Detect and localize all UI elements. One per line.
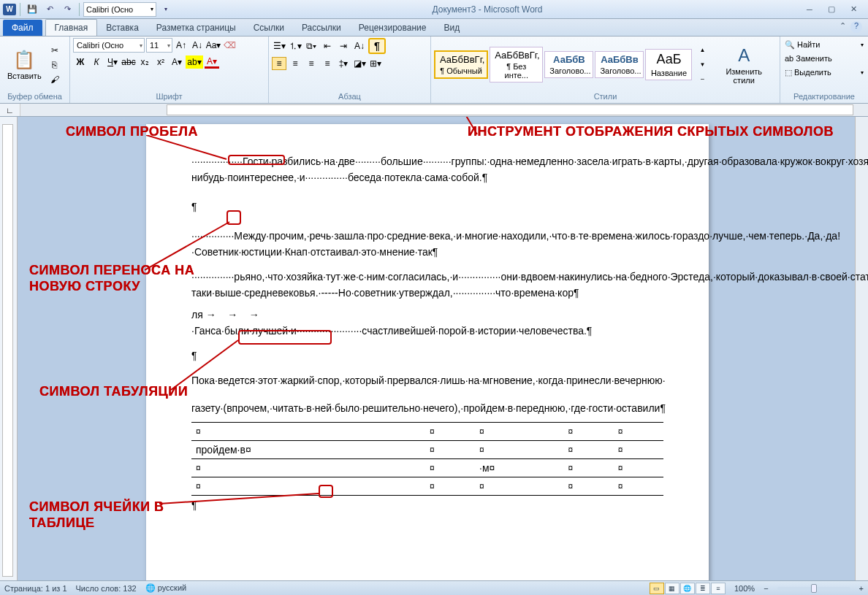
empty-paragraph-1[interactable]: ¶ xyxy=(191,199,663,215)
paste-button[interactable]: 📋 Вставить xyxy=(3,48,46,82)
vertical-scrollbar[interactable] xyxy=(855,117,868,580)
minimize-button[interactable]: ─ xyxy=(801,3,818,16)
select-button[interactable]: ⬚Выделить▾ xyxy=(783,66,865,79)
tab-mailings[interactable]: Рассылки xyxy=(293,20,350,36)
paragraph-3[interactable]: ···············рьяно,·что·хозяйка·тут·же… xyxy=(191,269,663,301)
style-no-spacing[interactable]: АаБбВвГг,¶ Без инте... xyxy=(490,47,543,82)
redo-icon[interactable]: ↷ xyxy=(59,1,75,18)
zoom-value[interactable]: 100% xyxy=(734,584,755,593)
style-normal[interactable]: АаБбВвГг,¶ Обычный xyxy=(434,50,488,79)
status-page[interactable]: Страница: 1 из 1 xyxy=(4,584,67,593)
select-icon: ⬚ xyxy=(785,68,792,77)
format-painter-button[interactable]: 🖌 xyxy=(47,73,62,86)
styles-up-icon[interactable]: ▲ xyxy=(695,44,709,57)
align-left-button[interactable]: ≡ xyxy=(272,57,286,70)
decrease-indent-button[interactable]: ⇤ xyxy=(320,39,335,53)
font-family-combo[interactable]: Calibri (Осно xyxy=(73,38,145,53)
close-button[interactable]: ✕ xyxy=(845,3,862,16)
maximize-button[interactable]: ▢ xyxy=(823,3,840,16)
status-language[interactable]: 🌐 русский xyxy=(145,583,187,593)
paragraph-6[interactable]: газету·(впрочем,·читать·в·ней·было·решит… xyxy=(191,400,663,416)
zoom-thumb[interactable] xyxy=(811,584,817,593)
tab-view[interactable]: Вид xyxy=(435,20,468,36)
superscript-button[interactable]: x² xyxy=(153,55,168,69)
styles-label: Стили xyxy=(434,91,777,101)
paragraph-2[interactable]: ···············Между·прочим,·речь·зашла·… xyxy=(191,228,663,260)
copy-button[interactable]: ⎘ xyxy=(47,58,62,72)
qat-customize-icon[interactable]: ▾ xyxy=(158,1,174,18)
tab-selector[interactable]: ∟ xyxy=(0,104,20,116)
bullets-button[interactable]: ☰▾ xyxy=(272,39,286,53)
align-right-button[interactable]: ≡ xyxy=(304,57,319,70)
view-fullscreen[interactable]: ▦ xyxy=(665,583,679,594)
status-words[interactable]: Число слов: 132 xyxy=(76,584,137,593)
empty-paragraph-2[interactable]: ¶ xyxy=(191,348,663,364)
increase-indent-button[interactable]: ⇥ xyxy=(336,39,351,53)
word-icon[interactable]: W xyxy=(3,4,16,15)
grow-font-button[interactable]: A↑ xyxy=(174,39,189,52)
shading-button[interactable]: ◪▾ xyxy=(352,57,367,70)
styles-down-icon[interactable]: ▼ xyxy=(695,58,709,72)
tab-review[interactable]: Рецензирование xyxy=(350,20,435,36)
ribbon-tabs: Файл Главная Вставка Разметка страницы С… xyxy=(0,19,868,37)
vertical-ruler[interactable] xyxy=(0,117,18,580)
view-print-layout[interactable]: ▭ xyxy=(650,583,664,594)
font-size-combo[interactable]: 11 xyxy=(146,38,172,53)
save-icon[interactable]: 💾 xyxy=(24,1,40,18)
sort-button[interactable]: A↓ xyxy=(352,39,367,53)
change-case-button[interactable]: Aa▾ xyxy=(206,39,221,52)
zoom-slider[interactable] xyxy=(777,587,850,590)
clipboard-label: Буфер обмена xyxy=(3,91,66,101)
multilevel-button[interactable]: ⧉▾ xyxy=(304,39,319,53)
tab-home[interactable]: Главная xyxy=(45,19,98,36)
minimize-ribbon-icon[interactable]: ⌃ xyxy=(840,21,846,33)
view-draft[interactable]: ≡ xyxy=(711,583,726,594)
italic-button[interactable]: К xyxy=(89,55,104,69)
tab-references[interactable]: Ссылки xyxy=(245,20,293,36)
numbering-button[interactable]: ⒈▾ xyxy=(288,39,302,53)
paragraph-5[interactable]: Пока·ведется·этот·жаркий·спор,·который·п… xyxy=(191,372,663,388)
align-center-button[interactable]: ≡ xyxy=(288,57,302,70)
help-icon[interactable]: ? xyxy=(850,21,862,33)
underline-button[interactable]: Ч▾ xyxy=(105,55,120,69)
strike-button[interactable]: abc xyxy=(121,55,136,69)
style-title[interactable]: АаБНазвание xyxy=(645,49,692,80)
zoom-out-button[interactable]: − xyxy=(764,584,768,593)
quick-access-toolbar: W 💾 ↶ ↷ Calibri (Осно▾ ▾ xyxy=(0,1,174,18)
highlight-button[interactable]: ab▾ xyxy=(186,55,203,69)
text-effects-button[interactable]: A▾ xyxy=(170,55,184,69)
qat-font-dropdown[interactable]: Calibri (Осно▾ xyxy=(83,2,156,17)
undo-icon[interactable]: ↶ xyxy=(42,1,58,18)
bold-button[interactable]: Ж xyxy=(73,55,88,69)
annotation-tool-line xyxy=(427,117,486,142)
svg-line-1 xyxy=(430,117,477,134)
justify-button[interactable]: ≡ xyxy=(320,57,335,70)
subscript-button[interactable]: x₂ xyxy=(137,55,152,69)
tab-insert[interactable]: Вставка xyxy=(97,20,148,36)
zoom-in-button[interactable]: + xyxy=(859,584,864,593)
annotation-newline-box xyxy=(226,210,241,225)
horizontal-ruler[interactable] xyxy=(167,104,853,115)
clear-format-button[interactable]: ⌫ xyxy=(222,39,237,52)
style-heading1[interactable]: АаБбВЗаголово... xyxy=(544,51,593,78)
view-outline[interactable]: ≣ xyxy=(696,583,710,594)
shrink-font-button[interactable]: A↓ xyxy=(190,39,205,52)
cut-button[interactable]: ✂ xyxy=(47,44,62,57)
show-hidden-button[interactable]: ¶ xyxy=(368,38,386,54)
view-web[interactable]: 🌐 xyxy=(680,583,695,594)
annotation-tab-line xyxy=(171,337,244,394)
tab-file[interactable]: Файл xyxy=(3,20,42,36)
tab-layout[interactable]: Разметка страницы xyxy=(148,20,245,36)
line-spacing-button[interactable]: ‡▾ xyxy=(336,57,351,70)
window-controls: ─ ▢ ✕ xyxy=(801,3,868,16)
font-color-button[interactable]: A▾ xyxy=(205,55,219,69)
change-styles-button[interactable]: A Изменить стили xyxy=(711,44,777,86)
styles-more-icon[interactable]: ⎼ xyxy=(695,73,709,86)
borders-button[interactable]: ⊞▾ xyxy=(368,57,383,70)
style-heading2[interactable]: АаБбВвЗаголово... xyxy=(595,51,644,78)
annotation-cell-1: СИМВОЛ ЯЧЕЙКИ В xyxy=(29,499,164,515)
replace-button[interactable]: abЗаменить xyxy=(783,52,865,65)
find-button[interactable]: 🔍Найти▾ xyxy=(783,38,865,51)
document-area: ··················Гости·разбились·на·две… xyxy=(0,117,868,580)
document-table[interactable]: ¤¤¤¤¤ пройдем·в¤¤¤¤¤ ¤¤·м¤¤¤ ¤¤¤¤¤ xyxy=(191,422,663,496)
